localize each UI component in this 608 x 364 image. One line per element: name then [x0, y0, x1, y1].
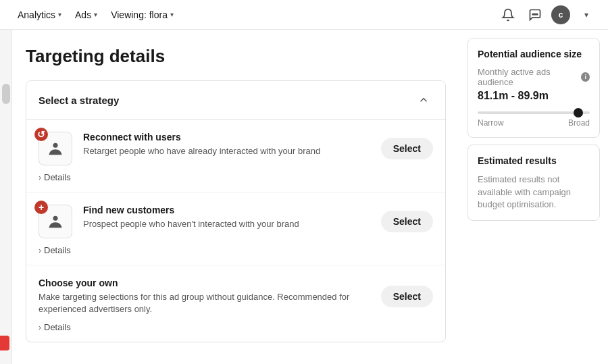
nav-ads-label: Ads: [75, 9, 91, 20]
audience-range-value: 81.1m - 89.9m: [478, 90, 590, 102]
choose-own-details-toggle[interactable]: › Details: [39, 315, 433, 342]
notification-bell-icon[interactable]: [497, 4, 519, 26]
strategy-option-reconnect: ↺ Reconnect with users Retarget people w…: [26, 120, 445, 192]
red-indicator-dot: [0, 336, 9, 350]
content-area: Targeting details Select a strategy: [12, 30, 459, 364]
strategy-header: Select a strategy: [26, 81, 445, 120]
choose-own-title: Choose your own: [39, 278, 370, 288]
reconnect-details-toggle[interactable]: › Details: [39, 165, 433, 192]
choose-own-details-chevron-icon: ›: [39, 323, 41, 332]
strategy-option-choose-own: Choose your own Make targeting selection…: [26, 265, 445, 342]
estimated-results-desc: Estimated results not available with cam…: [478, 174, 590, 211]
nav-right: c ▾: [497, 4, 597, 26]
strategy-option-find-new: + Find new customers Prospect people who…: [26, 192, 445, 265]
svg-point-2: [536, 14, 538, 15]
svg-point-0: [532, 14, 534, 15]
find-new-details-toggle[interactable]: › Details: [39, 238, 433, 265]
audience-monthly-label: Monthly active ads audience i: [478, 67, 590, 87]
main-layout: Targeting details Select a strategy: [0, 30, 608, 364]
info-icon[interactable]: i: [581, 72, 590, 82]
reconnect-icon-wrap: ↺: [39, 132, 72, 165]
audience-slider[interactable]: [478, 111, 590, 114]
page-title: Targeting details: [26, 46, 446, 67]
reconnect-select-button[interactable]: Select: [381, 138, 433, 159]
find-new-content: Find new customers Prospect people who h…: [83, 205, 370, 230]
estimated-results-card: Estimated results Estimated results not …: [467, 145, 600, 221]
find-new-icon-wrap: +: [39, 205, 72, 238]
nav-analytics[interactable]: Analytics ▾: [11, 4, 68, 26]
strategy-card: Select a strategy: [26, 80, 446, 342]
choose-own-desc: Make targeting selections for this ad gr…: [39, 291, 370, 315]
svg-point-1: [534, 14, 536, 15]
audience-card-title: Potential audience size: [478, 48, 590, 60]
strategy-header-title: Select a strategy: [39, 95, 119, 106]
monthly-label-text: Monthly active ads audience: [478, 67, 578, 87]
collapse-button[interactable]: [414, 90, 433, 109]
option-row-find-new: + Find new customers Prospect people who…: [39, 205, 433, 238]
nav-viewing-label: Viewing: flora: [111, 9, 168, 20]
find-new-select-button[interactable]: Select: [381, 211, 433, 232]
svg-point-4: [53, 216, 58, 221]
avatar-label: c: [559, 10, 563, 20]
nav-viewing-chevron: ▾: [170, 11, 174, 18]
slider-broad-label: Broad: [568, 118, 590, 128]
right-sidebar: Potential audience size Monthly active a…: [459, 30, 608, 364]
scroll-thumb[interactable]: [2, 84, 10, 104]
find-new-details-chevron-icon: ›: [39, 246, 41, 255]
find-new-badge-icon: +: [34, 201, 48, 214]
nav-ads[interactable]: Ads ▾: [68, 4, 104, 26]
audience-size-card: Potential audience size Monthly active a…: [467, 38, 600, 138]
nav-expand-chevron-icon[interactable]: ▾: [576, 4, 597, 26]
option-row-choose-own: Choose your own Make targeting selection…: [39, 278, 433, 315]
svg-point-3: [53, 143, 58, 148]
choose-own-select-button[interactable]: Select: [381, 286, 433, 307]
nav-analytics-chevron: ▾: [58, 11, 61, 18]
nav-ads-chevron: ▾: [94, 11, 97, 18]
scrollbar[interactable]: [0, 30, 12, 364]
nav-analytics-label: Analytics: [18, 9, 55, 20]
reconnect-badge-icon: ↺: [34, 128, 48, 141]
top-nav: Analytics ▾ Ads ▾ Viewing: flora ▾ c: [0, 0, 608, 30]
option-row-reconnect: ↺ Reconnect with users Retarget people w…: [39, 132, 433, 165]
nav-viewing[interactable]: Viewing: flora ▾: [104, 4, 180, 26]
reconnect-details-label: Details: [44, 172, 71, 182]
choose-own-details-label: Details: [44, 322, 71, 332]
slider-dot-icon: [574, 108, 583, 118]
choose-own-content: Choose your own Make targeting selection…: [39, 278, 370, 315]
reconnect-content: Reconnect with users Retarget people who…: [83, 132, 370, 157]
slider-labels: Narrow Broad: [478, 118, 590, 128]
reconnect-title: Reconnect with users: [83, 132, 370, 142]
find-new-details-label: Details: [44, 245, 71, 255]
user-avatar[interactable]: c: [551, 5, 570, 24]
estimated-results-title: Estimated results: [478, 155, 590, 167]
find-new-title: Find new customers: [83, 205, 370, 215]
slider-narrow-label: Narrow: [478, 118, 504, 128]
reconnect-desc: Retarget people who have already interac…: [83, 145, 370, 157]
chat-icon[interactable]: [524, 4, 546, 26]
reconnect-details-chevron-icon: ›: [39, 173, 41, 182]
find-new-desc: Prospect people who haven't interacted w…: [83, 218, 370, 230]
